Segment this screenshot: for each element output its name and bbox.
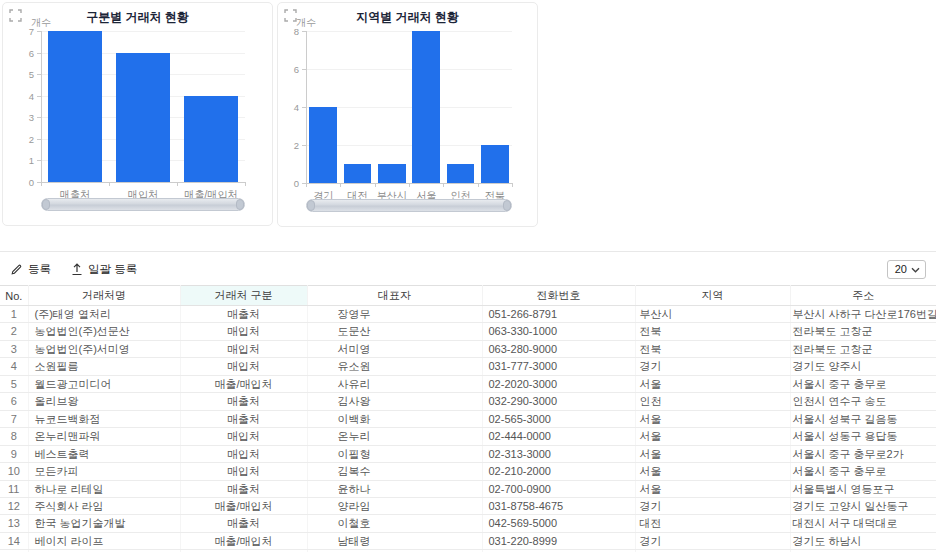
- cell-no: 8: [0, 428, 28, 445]
- cell-client-type: 매출처: [180, 480, 307, 497]
- x-axis-tick: [245, 182, 246, 186]
- cell-address: 전라북도 고창군: [790, 323, 936, 340]
- cell-no: 4: [0, 358, 28, 375]
- column-header[interactable]: 지역: [635, 286, 790, 306]
- cell-address: 전라북도 고창군: [790, 340, 936, 357]
- cell-client-name: 월드광고미디어: [28, 375, 180, 392]
- chart-zoom-slider[interactable]: [41, 198, 245, 211]
- column-header[interactable]: 거래처 구분: [180, 286, 307, 306]
- zoom-slider-handle-left[interactable]: [42, 199, 50, 210]
- cell-region: 서울: [635, 480, 790, 497]
- column-header[interactable]: No.: [0, 286, 28, 306]
- x-axis-tick: [375, 183, 376, 187]
- column-header[interactable]: 전화번호: [482, 286, 635, 306]
- bar-경기: [309, 107, 336, 183]
- bulk-register-button[interactable]: 일괄 등록: [71, 262, 137, 277]
- cell-client-name: (주)태영 열처리: [28, 306, 180, 323]
- zoom-slider-handle-right[interactable]: [503, 200, 511, 211]
- table-row[interactable]: 4소원필름매입처유소원031-777-3000경기경기도 양주시: [0, 358, 936, 375]
- y-axis-tick-label: 3: [14, 112, 34, 123]
- cell-phone: 02-210-2000: [482, 463, 635, 480]
- cell-phone: 031-220-8999: [482, 532, 635, 549]
- table-row[interactable]: 5월드광고미디어매출/매입처사유리02-2020-3000서울서울시 중구 충무…: [0, 375, 936, 392]
- cell-region: 전북: [635, 323, 790, 340]
- chevron-down-icon: [911, 263, 920, 275]
- cell-no: 5: [0, 375, 28, 392]
- cell-client-type: 매입처: [180, 323, 307, 340]
- cell-phone: 031-8758-4675: [482, 497, 635, 514]
- upload-icon: [71, 263, 83, 276]
- cell-address: 대전시 서구 대덕대로: [790, 515, 936, 532]
- cell-no: 13: [0, 515, 28, 532]
- client-table: No.거래처명거래처 구분대표자전화번호지역주소 1(주)태영 열처리매출처장영…: [0, 285, 936, 552]
- bar-부산시: [378, 164, 405, 183]
- cell-client-type: 매출처: [180, 306, 307, 323]
- table-row[interactable]: 8온누리맨파워매입처온누리02-444-0000서울서울시 성동구 용답동: [0, 428, 936, 445]
- cell-representative: 온누리: [307, 428, 482, 445]
- table-row[interactable]: 2농업법인(주)선문산매입처도문산063-330-1000전북전라북도 고창군: [0, 323, 936, 340]
- gridline: [306, 69, 512, 70]
- y-axis-tick-label: 0: [279, 178, 299, 189]
- x-axis-tick: [512, 183, 513, 187]
- table-row[interactable]: 11하나로 리테일매출처윤하나02-700-0900서울서울특별시 영등포구: [0, 480, 936, 497]
- register-label: 등록: [28, 262, 51, 277]
- cell-phone: 02-444-0000: [482, 428, 635, 445]
- bulk-register-label: 일괄 등록: [88, 262, 137, 277]
- table-body: 1(주)태영 열처리매출처장영무051-266-8791부산시부산시 사하구 다…: [0, 306, 936, 552]
- cell-client-name: 베이지 라이프: [28, 532, 180, 549]
- column-header[interactable]: 대표자: [307, 286, 482, 306]
- table-row[interactable]: 6올리브왕매출처김사왕032-290-3000인천인천시 연수구 송도: [0, 393, 936, 410]
- bar-인천: [447, 164, 474, 183]
- cell-phone: 02-2020-3000: [482, 375, 635, 392]
- cell-phone: 032-290-3000: [482, 393, 635, 410]
- cell-representative: 윤하나: [307, 480, 482, 497]
- y-axis-tick-label: 2: [14, 134, 34, 145]
- zoom-slider-handle-right[interactable]: [236, 199, 244, 210]
- cell-no: 7: [0, 410, 28, 427]
- table-row[interactable]: 9베스트출력매입처이필형02-313-3000서울서울시 중구 충무로2가: [0, 445, 936, 462]
- pencil-icon: [10, 263, 23, 276]
- table-row[interactable]: 14베이지 라이프매출/매입처남태령031-220-8999경기경기도 하남시: [0, 532, 936, 549]
- x-axis-tick: [409, 183, 410, 187]
- gridline: [306, 31, 512, 32]
- cell-client-type: 매출처: [180, 393, 307, 410]
- cell-address: 서울특별시 영등포구: [790, 480, 936, 497]
- zoom-slider-handle-left[interactable]: [307, 200, 315, 211]
- bar-서울: [412, 31, 439, 183]
- cell-representative: 양라임: [307, 497, 482, 514]
- table-row[interactable]: 1(주)태영 열처리매출처장영무051-266-8791부산시부산시 사하구 다…: [0, 306, 936, 323]
- cell-representative: 김복수: [307, 463, 482, 480]
- table-row[interactable]: 13한국 농업기술개발매출처이철호042-569-5000대전대전시 서구 대덕…: [0, 515, 936, 532]
- cell-client-name: 모든카피: [28, 463, 180, 480]
- cell-phone: 031-777-3000: [482, 358, 635, 375]
- cell-client-type: 매출처: [180, 515, 307, 532]
- x-axis-tick: [109, 182, 110, 186]
- cell-representative: 장영무: [307, 306, 482, 323]
- table-row[interactable]: 7뉴코드백화점매출처이백화02-565-3000서울서울시 성북구 길음동: [0, 410, 936, 427]
- cell-region: 부산시: [635, 306, 790, 323]
- cell-representative: 이철호: [307, 515, 482, 532]
- cell-region: 전북: [635, 340, 790, 357]
- register-button[interactable]: 등록: [10, 262, 51, 277]
- column-header[interactable]: 주소: [790, 286, 936, 306]
- client-management-page: 구분별 거래처 현황 개수 01234567매출처매입처매출/매입처 지역별 거…: [0, 0, 936, 552]
- cell-representative: 김사왕: [307, 393, 482, 410]
- cell-no: 1: [0, 306, 28, 323]
- cell-no: 6: [0, 393, 28, 410]
- cell-address: 경기도 하남시: [790, 532, 936, 549]
- y-axis-tick-label: 6: [14, 48, 34, 59]
- cell-address: 부산시 사하구 다산로176번길 17: [790, 306, 936, 323]
- cell-representative: 이필형: [307, 445, 482, 462]
- cell-region: 서울: [635, 375, 790, 392]
- cell-client-name: 하나로 리테일: [28, 480, 180, 497]
- table-row[interactable]: 10모든카피매입처김복수02-210-2000서울서울시 중구 충무로: [0, 463, 936, 480]
- x-axis-tick: [41, 182, 42, 186]
- table-row[interactable]: 12주식회사 라임매출/매입처양라임031-8758-4675경기경기도 고양시…: [0, 497, 936, 514]
- page-size-select[interactable]: 20: [887, 260, 926, 279]
- cell-client-type: 매입처: [180, 445, 307, 462]
- chart-zoom-slider[interactable]: [306, 199, 512, 212]
- column-header[interactable]: 거래처명: [28, 286, 180, 306]
- cell-client-name: 소원필름: [28, 358, 180, 375]
- table-row[interactable]: 3농업법인(주)서미영매입처서미영063-280-9000전북전라북도 고창군: [0, 340, 936, 357]
- cell-no: 11: [0, 480, 28, 497]
